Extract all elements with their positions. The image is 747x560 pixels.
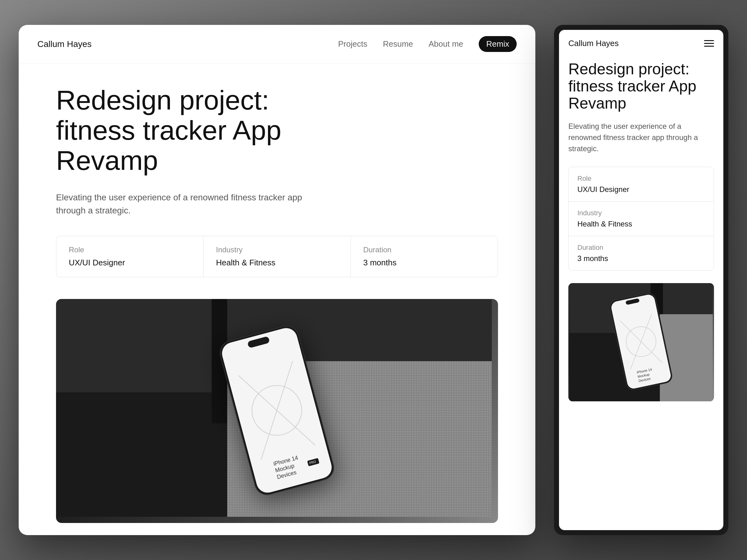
mobile-content: Redesign project: fitness tracker App Re… xyxy=(559,54,723,530)
mobile-screen: Callum Hayes Redesign project: fitness t… xyxy=(554,25,728,535)
desktop-content: Redesign project: fitness tracker App Re… xyxy=(19,63,535,535)
info-card-industry-label: Industry xyxy=(216,245,338,254)
mobile-brand: Callum Hayes xyxy=(568,38,619,48)
desktop-nav: Callum Hayes Projects Resume About me Re… xyxy=(19,25,535,63)
mobile-inner: Callum Hayes Redesign project: fitness t… xyxy=(559,30,723,530)
mobile-role-label: Role xyxy=(577,175,705,183)
info-card-role-label: Role xyxy=(69,245,191,254)
mobile-info-cards: Role UX/UI Designer Industry Health & Fi… xyxy=(568,167,714,271)
mobile-nav: Callum Hayes xyxy=(559,30,723,54)
nav-remix[interactable]: Remix xyxy=(479,36,517,52)
desktop-nav-links: Projects Resume About me Remix xyxy=(338,36,517,52)
mobile-phone-mockup: iPhone 14 Mockup Devices xyxy=(568,283,714,401)
mobile-industry-label: Industry xyxy=(577,209,705,217)
info-card-duration-label: Duration xyxy=(363,245,485,254)
info-card-duration: Duration 3 months xyxy=(351,236,498,277)
nav-resume[interactable]: Resume xyxy=(383,39,413,49)
info-card-role: Role UX/UI Designer xyxy=(56,236,204,277)
info-card-industry: Industry Health & Fitness xyxy=(204,236,351,277)
info-cards-row: Role UX/UI Designer Industry Health & Fi… xyxy=(56,236,498,277)
page-subtitle: Elevating the user experience of a renow… xyxy=(56,191,324,217)
hamburger-line-1 xyxy=(704,40,714,41)
nav-projects[interactable]: Projects xyxy=(338,39,367,49)
mobile-role-value: UX/UI Designer xyxy=(577,185,705,194)
mobile-info-card-role: Role UX/UI Designer xyxy=(569,167,714,202)
mobile-duration-label: Duration xyxy=(577,244,705,252)
desktop-phone-mockup: iPhone 14 Mockup Devices PRO xyxy=(56,299,498,523)
hamburger-icon[interactable] xyxy=(704,40,714,47)
mobile-duration-value: 3 months xyxy=(577,254,705,263)
mobile-industry-value: Health & Fitness xyxy=(577,220,705,229)
mobile-title: Redesign project: fitness tracker App Re… xyxy=(568,61,714,112)
mobile-subtitle: Elevating the user experience of a renow… xyxy=(568,121,714,154)
info-card-role-value: UX/UI Designer xyxy=(69,258,191,268)
info-card-duration-value: 3 months xyxy=(363,258,485,268)
desktop-brand: Callum Hayes xyxy=(37,39,92,49)
mobile-info-card-industry: Industry Health & Fitness xyxy=(569,202,714,236)
hamburger-line-2 xyxy=(704,43,714,44)
hamburger-line-3 xyxy=(704,46,714,47)
screens-container: Callum Hayes Projects Resume About me Re… xyxy=(0,0,747,560)
nav-about[interactable]: About me xyxy=(429,39,463,49)
page-title: Redesign project: fitness tracker App Re… xyxy=(56,85,336,176)
info-card-industry-value: Health & Fitness xyxy=(216,258,338,268)
desktop-screen: Callum Hayes Projects Resume About me Re… xyxy=(19,25,535,535)
mobile-info-card-duration: Duration 3 months xyxy=(569,236,714,270)
